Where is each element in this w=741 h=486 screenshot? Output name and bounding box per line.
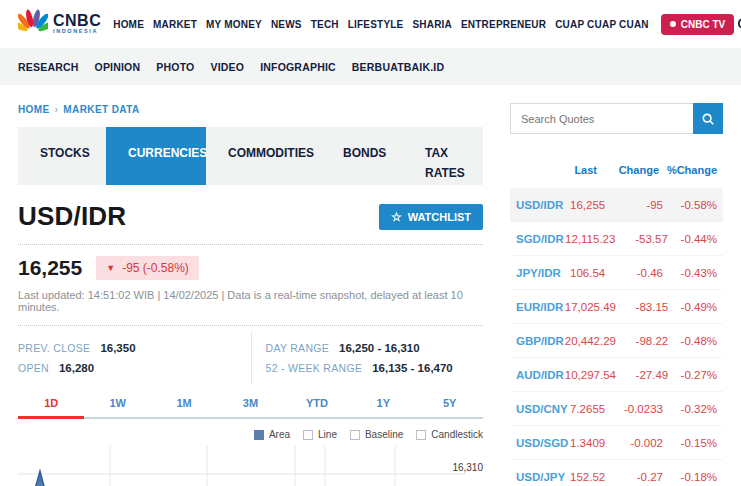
quotes-sidebar: Last Change %Change USD/IDR 16,255 -95 -… bbox=[510, 85, 723, 486]
stat-open: OPEN 16,280 bbox=[18, 362, 251, 374]
range-ytd[interactable]: YTD bbox=[284, 397, 350, 417]
subnav-opinion[interactable]: OPINION bbox=[95, 61, 141, 73]
table-row-aud-idr[interactable]: AUD/IDR 10,297.54 -27.49 -0.27% bbox=[510, 358, 723, 392]
header-change[interactable]: Change bbox=[597, 164, 659, 176]
tab-currencies[interactable]: CURRENCIES bbox=[106, 127, 206, 185]
stat-52-week-range: 52 - WEEK RANGE 16,135 - 16,470 bbox=[266, 362, 484, 374]
row-last: 7.2655 bbox=[570, 403, 605, 415]
row-last: 12,115.23 bbox=[565, 233, 615, 245]
watchlist-label: WATCHLIST bbox=[408, 211, 471, 223]
tab-commodities[interactable]: COMMODITIES bbox=[206, 127, 321, 185]
row-last: 106.54 bbox=[570, 267, 605, 279]
subnav-photo[interactable]: PHOTO bbox=[156, 61, 194, 73]
header-symbol bbox=[516, 164, 574, 176]
table-row-sgd-idr[interactable]: SGD/IDR 12,115.23 -53.57 -0.44% bbox=[510, 222, 723, 256]
chart-type-area[interactable]: Area bbox=[254, 429, 290, 440]
chart-type-controls: Area Line Baseline Candlestick bbox=[18, 429, 483, 440]
row-symbol[interactable]: USD/IDR bbox=[516, 199, 570, 211]
down-arrow-icon: ▼ bbox=[106, 263, 115, 273]
area-chart-svg bbox=[18, 446, 483, 486]
subnav-video[interactable]: VIDEO bbox=[210, 61, 244, 73]
star-icon: ☆ bbox=[391, 211, 402, 223]
row-symbol[interactable]: USD/CNY bbox=[516, 403, 570, 415]
stat-value: 16,350 bbox=[100, 342, 135, 354]
cnbc-tv-button[interactable]: CNBC TV bbox=[661, 14, 734, 35]
range-1w[interactable]: 1W bbox=[84, 397, 150, 417]
nav-my-money[interactable]: MY MONEY bbox=[206, 19, 262, 30]
row-change: -53.57 bbox=[615, 233, 667, 245]
search-quotes-input[interactable] bbox=[510, 103, 693, 134]
chart-type-line[interactable]: Line bbox=[303, 429, 337, 440]
row-pct: -0.18% bbox=[663, 471, 717, 483]
row-symbol[interactable]: USD/JPY bbox=[516, 471, 570, 483]
dotted-divider-2 bbox=[18, 325, 483, 326]
subnav-infographic[interactable]: INFOGRAPHIC bbox=[260, 61, 336, 73]
row-pct: -0.44% bbox=[668, 233, 717, 245]
row-pct: -0.15% bbox=[663, 437, 717, 449]
range-5y[interactable]: 5Y bbox=[417, 397, 483, 417]
market-data-tabs: STOCKS CURRENCIES COMMODITIES BONDS TAX … bbox=[18, 127, 483, 185]
range-1m[interactable]: 1M bbox=[151, 397, 217, 417]
row-change: -0.002 bbox=[605, 437, 663, 449]
chart-type-baseline[interactable]: Baseline bbox=[350, 429, 403, 440]
y-axis-tick: 16,310 bbox=[448, 462, 483, 473]
table-row-usd-idr[interactable]: USD/IDR 16,255 -95 -0.58% bbox=[510, 188, 723, 222]
stats-left-column: PREV. CLOSE 16,350 OPEN 16,280 bbox=[18, 332, 251, 384]
nav-news[interactable]: NEWS bbox=[271, 19, 302, 30]
subnav-research[interactable]: RESEARCH bbox=[18, 61, 79, 73]
row-symbol[interactable]: JPY/IDR bbox=[516, 267, 570, 279]
breadcrumb-market-data[interactable]: MARKET DATA bbox=[63, 104, 139, 115]
range-1d[interactable]: 1D bbox=[18, 397, 84, 417]
table-row-usd-cny[interactable]: USD/CNY 7.2655 -0.0233 -0.32% bbox=[510, 392, 723, 426]
table-row-jpy-idr[interactable]: JPY/IDR 106.54 -0.46 -0.43% bbox=[510, 256, 723, 290]
price-area-chart[interactable]: 16,310 16,300 16,290 bbox=[18, 446, 483, 486]
row-symbol[interactable]: USD/SGD bbox=[516, 437, 570, 449]
nav-market[interactable]: MARKET bbox=[153, 19, 197, 30]
range-1y[interactable]: 1Y bbox=[350, 397, 416, 417]
row-change: -95 bbox=[605, 199, 663, 211]
subnav-berbuatbaik[interactable]: BERBUATBAIK.ID bbox=[352, 61, 444, 73]
nav-tech[interactable]: TECH bbox=[311, 19, 339, 30]
cnbc-indonesia-logo[interactable]: CNBC INDONESIA bbox=[18, 9, 101, 39]
row-symbol[interactable]: EUR/IDR bbox=[516, 301, 565, 313]
table-row-gbp-idr[interactable]: GBP/IDR 20,442.29 -98.22 -0.48% bbox=[510, 324, 723, 358]
row-pct: -0.32% bbox=[663, 403, 717, 415]
top-navigation-bar: CNBC INDONESIA HOME MARKET MY MONEY NEWS… bbox=[0, 0, 741, 48]
nav-home[interactable]: HOME bbox=[113, 19, 144, 30]
stat-value: 16,280 bbox=[59, 362, 94, 374]
header-pct-change[interactable]: %Change bbox=[659, 164, 717, 176]
top-icons bbox=[734, 14, 741, 34]
nav-sharia[interactable]: SHARIA bbox=[412, 19, 452, 30]
search-quotes-button[interactable] bbox=[693, 103, 723, 134]
range-3m[interactable]: 3M bbox=[217, 397, 283, 417]
breadcrumb: HOME › MARKET DATA bbox=[18, 104, 483, 115]
search-icon[interactable] bbox=[734, 14, 741, 34]
nav-cuap-cuap-cuan[interactable]: CUAP CUAP CUAN bbox=[555, 19, 649, 30]
tab-tax-rates[interactable]: TAX RATES bbox=[403, 127, 483, 185]
stat-label: DAY RANGE bbox=[266, 342, 330, 354]
row-last: 20,442.29 bbox=[565, 335, 616, 347]
watchlist-button[interactable]: ☆ WATCHLIST bbox=[379, 204, 483, 230]
table-row-eur-idr[interactable]: EUR/IDR 17,025.49 -83.15 -0.49% bbox=[510, 290, 723, 324]
nav-lifestyle[interactable]: LIFESTYLE bbox=[348, 19, 404, 30]
search-quotes-row bbox=[510, 103, 723, 134]
table-row-usd-sgd[interactable]: USD/SGD 1.3409 -0.002 -0.15% bbox=[510, 426, 723, 460]
chart-type-label: Candlestick bbox=[431, 429, 483, 440]
table-row-usd-jpy[interactable]: USD/JPY 152.52 -0.27 -0.18% bbox=[510, 460, 723, 486]
main-column: HOME › MARKET DATA STOCKS CURRENCIES COM… bbox=[18, 85, 483, 486]
nav-entrepreneur[interactable]: ENTREPRENEUR bbox=[461, 19, 546, 30]
header-last[interactable]: Last bbox=[574, 164, 597, 176]
secondary-nav: RESEARCH OPINION PHOTO VIDEO INFOGRAPHIC… bbox=[0, 48, 741, 85]
row-symbol[interactable]: GBP/IDR bbox=[516, 335, 565, 347]
row-change: -98.22 bbox=[616, 335, 668, 347]
row-symbol[interactable]: AUD/IDR bbox=[516, 369, 565, 381]
tab-stocks[interactable]: STOCKS bbox=[18, 127, 106, 185]
breadcrumb-home[interactable]: HOME bbox=[18, 104, 50, 115]
row-symbol[interactable]: SGD/IDR bbox=[516, 233, 565, 245]
tab-bonds[interactable]: BONDS bbox=[321, 127, 403, 185]
chart-type-candlestick[interactable]: Candlestick bbox=[416, 429, 483, 440]
row-change: -0.0233 bbox=[605, 403, 663, 415]
page-title: USD/IDR bbox=[18, 201, 126, 232]
breadcrumb-separator: › bbox=[55, 104, 59, 115]
dotted-divider bbox=[18, 244, 483, 245]
